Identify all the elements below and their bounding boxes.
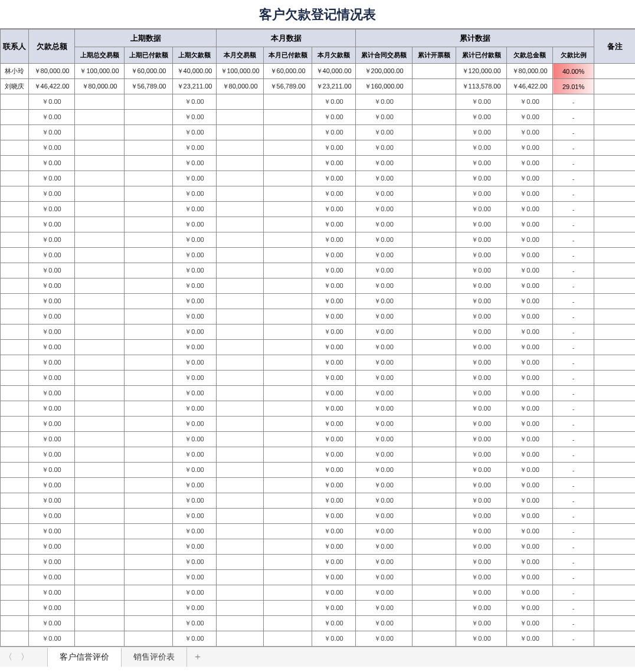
cell-debt_ratio[interactable]: - [553,202,594,217]
cell-month_paid[interactable] [264,478,312,493]
cell-accum_invoice[interactable] [413,386,456,401]
cell-month_debt[interactable]: ￥0.00 [312,125,356,140]
cell-month_debt[interactable]: ￥0.00 [312,478,356,493]
cell-prev_trans[interactable] [75,263,125,278]
cell-accum_paid[interactable]: ￥0.00 [456,217,507,232]
cell-prev_trans[interactable] [75,478,125,493]
cell-remark[interactable] [594,232,635,248]
add-sheet-button[interactable]: ＋ [187,651,208,663]
cell-month_trans[interactable] [217,493,264,509]
cell-month_debt[interactable]: ￥0.00 [312,570,356,585]
table-row[interactable]: ￥0.00￥0.00￥0.00￥0.00￥0.00￥0.00- [1,386,636,401]
cell-debt_ratio[interactable]: - [553,509,594,524]
cell-prev_paid[interactable] [125,278,173,294]
cell-month_debt[interactable]: ￥0.00 [312,278,356,294]
cell-accum_invoice[interactable] [413,217,456,232]
cell-contact[interactable] [1,447,29,463]
cell-prev_paid[interactable] [125,202,173,217]
cell-prev_trans[interactable] [75,509,125,524]
cell-accum_contract[interactable]: ￥0.00 [356,125,413,140]
cell-debt_ratio[interactable]: - [553,125,594,140]
cell-prev_debt[interactable]: ￥0.00 [173,432,217,447]
cell-month_debt[interactable]: ￥0.00 [312,94,356,110]
cell-accum_debt[interactable]: ￥0.00 [507,631,553,647]
cell-prev_paid[interactable] [125,417,173,432]
cell-accum_debt[interactable]: ￥0.00 [507,355,553,371]
cell-prev_paid[interactable] [125,309,173,324]
cell-remark[interactable] [594,616,635,631]
cell-accum_paid[interactable]: ￥0.00 [456,509,507,524]
cell-month_debt[interactable]: ￥0.00 [312,232,356,248]
cell-remark[interactable] [594,631,635,647]
cell-month_debt[interactable]: ￥0.00 [312,432,356,447]
cell-accum_invoice[interactable] [413,171,456,186]
cell-month_paid[interactable] [264,463,312,478]
cell-accum_invoice[interactable] [413,585,456,601]
table-row[interactable]: ￥0.00￥0.00￥0.00￥0.00￥0.00￥0.00- [1,432,636,447]
cell-month_debt[interactable]: ￥0.00 [312,555,356,570]
cell-remark[interactable] [594,263,635,278]
cell-prev_paid[interactable] [125,432,173,447]
cell-remark[interactable] [594,585,635,601]
cell-month_debt[interactable]: ￥0.00 [312,324,356,340]
table-row[interactable]: ￥0.00￥0.00￥0.00￥0.00￥0.00￥0.00- [1,186,636,202]
cell-accum_invoice[interactable] [413,616,456,631]
cell-accum_contract[interactable]: ￥0.00 [356,355,413,371]
cell-debt_ratio[interactable]: - [553,432,594,447]
cell-total_debt[interactable]: ￥80,000.00 [29,64,75,79]
cell-contact[interactable] [1,601,29,616]
cell-month_paid[interactable] [264,386,312,401]
cell-month_paid[interactable] [264,263,312,278]
cell-remark[interactable] [594,140,635,156]
table-row[interactable]: ￥0.00￥0.00￥0.00￥0.00￥0.00￥0.00- [1,417,636,432]
cell-remark[interactable] [594,447,635,463]
cell-contact[interactable] [1,524,29,539]
cell-month_paid[interactable] [264,202,312,217]
cell-total_debt[interactable]: ￥0.00 [29,355,75,371]
cell-month_trans[interactable] [217,631,264,647]
cell-prev_trans[interactable] [75,217,125,232]
cell-accum_debt[interactable]: ￥0.00 [507,309,553,324]
table-row[interactable]: ￥0.00￥0.00￥0.00￥0.00￥0.00￥0.00- [1,248,636,263]
cell-month_trans[interactable] [217,570,264,585]
table-row[interactable]: ￥0.00￥0.00￥0.00￥0.00￥0.00￥0.00- [1,355,636,371]
cell-remark[interactable] [594,202,635,217]
sheet-tab-active[interactable]: 客户信誉评价 [47,647,122,667]
cell-accum_debt[interactable]: ￥80,000.00 [507,64,553,79]
cell-total_debt[interactable]: ￥0.00 [29,478,75,493]
cell-accum_contract[interactable]: ￥0.00 [356,294,413,309]
cell-month_paid[interactable] [264,232,312,248]
cell-prev_paid[interactable] [125,386,173,401]
cell-accum_paid[interactable]: ￥0.00 [456,386,507,401]
cell-prev_trans[interactable] [75,294,125,309]
cell-accum_paid[interactable]: ￥0.00 [456,371,507,386]
cell-prev_trans[interactable] [75,171,125,186]
cell-debt_ratio[interactable]: - [553,140,594,156]
cell-remark[interactable] [594,463,635,478]
cell-total_debt[interactable]: ￥0.00 [29,401,75,417]
cell-month_paid[interactable] [264,171,312,186]
cell-contact[interactable] [1,555,29,570]
cell-accum_debt[interactable]: ￥0.00 [507,340,553,355]
cell-accum_contract[interactable]: ￥0.00 [356,232,413,248]
cell-prev_debt[interactable]: ￥0.00 [173,340,217,355]
cell-prev_trans[interactable] [75,631,125,647]
cell-accum_contract[interactable]: ￥0.00 [356,386,413,401]
cell-accum_invoice[interactable] [413,601,456,616]
cell-accum_invoice[interactable] [413,555,456,570]
cell-remark[interactable] [594,248,635,263]
cell-total_debt[interactable]: ￥0.00 [29,509,75,524]
cell-prev_trans[interactable] [75,355,125,371]
cell-accum_paid[interactable]: ￥0.00 [456,140,507,156]
cell-total_debt[interactable]: ￥0.00 [29,570,75,585]
cell-accum_paid[interactable]: ￥0.00 [456,125,507,140]
cell-prev_paid[interactable] [125,248,173,263]
cell-prev_trans[interactable] [75,371,125,386]
cell-month_debt[interactable]: ￥0.00 [312,509,356,524]
cell-debt_ratio[interactable]: - [553,585,594,601]
cell-accum_paid[interactable]: ￥0.00 [456,631,507,647]
cell-remark[interactable] [594,539,635,555]
cell-remark[interactable] [594,555,635,570]
cell-prev_debt[interactable]: ￥0.00 [173,524,217,539]
cell-accum_contract[interactable]: ￥0.00 [356,263,413,278]
